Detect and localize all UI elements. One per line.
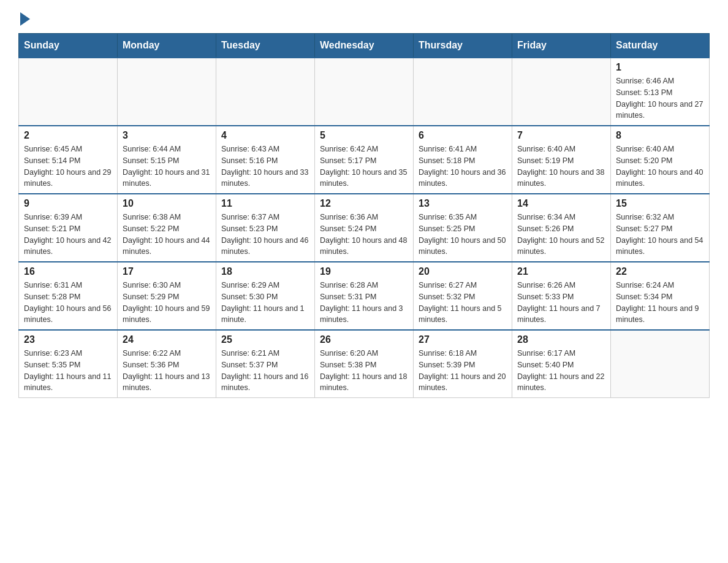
calendar-cell: 16Sunrise: 6:31 AM Sunset: 5:28 PM Dayli…	[19, 262, 118, 330]
calendar-cell: 5Sunrise: 6:42 AM Sunset: 5:17 PM Daylig…	[315, 126, 414, 194]
day-number: 12	[320, 198, 408, 209]
calendar-cell: 19Sunrise: 6:28 AM Sunset: 5:31 PM Dayli…	[315, 262, 414, 330]
logo-triangle-icon	[20, 12, 30, 26]
calendar-cell: 26Sunrise: 6:20 AM Sunset: 5:38 PM Dayli…	[315, 330, 414, 398]
calendar-cell: 9Sunrise: 6:39 AM Sunset: 5:21 PM Daylig…	[19, 194, 118, 262]
calendar-cell: 20Sunrise: 6:27 AM Sunset: 5:32 PM Dayli…	[414, 262, 512, 330]
day-info: Sunrise: 6:22 AM Sunset: 5:36 PM Dayligh…	[123, 348, 211, 394]
calendar-cell: 11Sunrise: 6:37 AM Sunset: 5:23 PM Dayli…	[216, 194, 315, 262]
calendar-cell: 27Sunrise: 6:18 AM Sunset: 5:39 PM Dayli…	[414, 330, 512, 398]
day-info: Sunrise: 6:30 AM Sunset: 5:29 PM Dayligh…	[123, 280, 211, 326]
calendar-header-wednesday: Wednesday	[315, 34, 414, 58]
calendar-week-row: 16Sunrise: 6:31 AM Sunset: 5:28 PM Dayli…	[19, 262, 710, 330]
calendar-cell	[414, 58, 512, 126]
day-number: 27	[419, 334, 507, 345]
calendar-cell: 15Sunrise: 6:32 AM Sunset: 5:27 PM Dayli…	[611, 194, 710, 262]
day-info: Sunrise: 6:26 AM Sunset: 5:33 PM Dayligh…	[517, 280, 605, 326]
day-info: Sunrise: 6:23 AM Sunset: 5:35 PM Dayligh…	[24, 348, 112, 394]
calendar-week-row: 9Sunrise: 6:39 AM Sunset: 5:21 PM Daylig…	[19, 194, 710, 262]
day-number: 5	[320, 130, 408, 141]
day-number: 28	[517, 334, 605, 345]
calendar-cell: 3Sunrise: 6:44 AM Sunset: 5:15 PM Daylig…	[118, 126, 216, 194]
day-number: 9	[24, 198, 112, 209]
calendar-cell	[216, 58, 315, 126]
calendar-table: SundayMondayTuesdayWednesdayThursdayFrid…	[18, 33, 710, 398]
page-header	[18, 12, 710, 27]
day-info: Sunrise: 6:28 AM Sunset: 5:31 PM Dayligh…	[320, 280, 408, 326]
calendar-week-row: 23Sunrise: 6:23 AM Sunset: 5:35 PM Dayli…	[19, 330, 710, 398]
calendar-cell	[19, 58, 118, 126]
day-number: 13	[419, 198, 507, 209]
logo	[18, 12, 30, 27]
day-number: 22	[616, 266, 704, 277]
day-number: 15	[616, 198, 704, 209]
day-info: Sunrise: 6:40 AM Sunset: 5:19 PM Dayligh…	[517, 144, 605, 190]
day-info: Sunrise: 6:31 AM Sunset: 5:28 PM Dayligh…	[24, 280, 112, 326]
day-number: 3	[123, 130, 211, 141]
day-info: Sunrise: 6:34 AM Sunset: 5:26 PM Dayligh…	[517, 212, 605, 258]
day-info: Sunrise: 6:35 AM Sunset: 5:25 PM Dayligh…	[419, 212, 507, 258]
day-info: Sunrise: 6:24 AM Sunset: 5:34 PM Dayligh…	[616, 280, 704, 326]
day-number: 14	[517, 198, 605, 209]
day-number: 8	[616, 130, 704, 141]
day-number: 18	[221, 266, 309, 277]
calendar-cell: 7Sunrise: 6:40 AM Sunset: 5:19 PM Daylig…	[512, 126, 611, 194]
day-number: 6	[419, 130, 507, 141]
day-number: 2	[24, 130, 112, 141]
day-number: 4	[221, 130, 309, 141]
day-info: Sunrise: 6:21 AM Sunset: 5:37 PM Dayligh…	[221, 348, 309, 394]
calendar-header-saturday: Saturday	[611, 34, 710, 58]
day-info: Sunrise: 6:43 AM Sunset: 5:16 PM Dayligh…	[221, 144, 309, 190]
calendar-header-sunday: Sunday	[19, 34, 118, 58]
calendar-header-thursday: Thursday	[414, 34, 512, 58]
day-info: Sunrise: 6:17 AM Sunset: 5:40 PM Dayligh…	[517, 348, 605, 394]
day-number: 7	[517, 130, 605, 141]
day-number: 25	[221, 334, 309, 345]
day-info: Sunrise: 6:29 AM Sunset: 5:30 PM Dayligh…	[221, 280, 309, 326]
calendar-cell: 24Sunrise: 6:22 AM Sunset: 5:36 PM Dayli…	[118, 330, 216, 398]
calendar-header-monday: Monday	[118, 34, 216, 58]
calendar-header-friday: Friday	[512, 34, 611, 58]
calendar-cell	[611, 330, 710, 398]
calendar-cell: 4Sunrise: 6:43 AM Sunset: 5:16 PM Daylig…	[216, 126, 315, 194]
day-number: 23	[24, 334, 112, 345]
day-info: Sunrise: 6:27 AM Sunset: 5:32 PM Dayligh…	[419, 280, 507, 326]
day-number: 16	[24, 266, 112, 277]
calendar-cell: 8Sunrise: 6:40 AM Sunset: 5:20 PM Daylig…	[611, 126, 710, 194]
day-info: Sunrise: 6:44 AM Sunset: 5:15 PM Dayligh…	[123, 144, 211, 190]
day-number: 19	[320, 266, 408, 277]
day-info: Sunrise: 6:45 AM Sunset: 5:14 PM Dayligh…	[24, 144, 112, 190]
calendar-cell: 14Sunrise: 6:34 AM Sunset: 5:26 PM Dayli…	[512, 194, 611, 262]
day-number: 21	[517, 266, 605, 277]
day-info: Sunrise: 6:39 AM Sunset: 5:21 PM Dayligh…	[24, 212, 112, 258]
calendar-week-row: 1Sunrise: 6:46 AM Sunset: 5:13 PM Daylig…	[19, 58, 710, 126]
day-number: 24	[123, 334, 211, 345]
day-number: 17	[123, 266, 211, 277]
calendar-cell: 13Sunrise: 6:35 AM Sunset: 5:25 PM Dayli…	[414, 194, 512, 262]
calendar-header-tuesday: Tuesday	[216, 34, 315, 58]
day-info: Sunrise: 6:46 AM Sunset: 5:13 PM Dayligh…	[616, 75, 704, 121]
day-info: Sunrise: 6:32 AM Sunset: 5:27 PM Dayligh…	[616, 212, 704, 258]
day-number: 1	[616, 62, 704, 73]
calendar-cell: 12Sunrise: 6:36 AM Sunset: 5:24 PM Dayli…	[315, 194, 414, 262]
day-info: Sunrise: 6:41 AM Sunset: 5:18 PM Dayligh…	[419, 144, 507, 190]
day-info: Sunrise: 6:42 AM Sunset: 5:17 PM Dayligh…	[320, 144, 408, 190]
calendar-cell: 2Sunrise: 6:45 AM Sunset: 5:14 PM Daylig…	[19, 126, 118, 194]
calendar-cell: 23Sunrise: 6:23 AM Sunset: 5:35 PM Dayli…	[19, 330, 118, 398]
calendar-cell: 21Sunrise: 6:26 AM Sunset: 5:33 PM Dayli…	[512, 262, 611, 330]
day-info: Sunrise: 6:40 AM Sunset: 5:20 PM Dayligh…	[616, 144, 704, 190]
calendar-cell	[315, 58, 414, 126]
day-number: 20	[419, 266, 507, 277]
day-info: Sunrise: 6:18 AM Sunset: 5:39 PM Dayligh…	[419, 348, 507, 394]
calendar-cell: 18Sunrise: 6:29 AM Sunset: 5:30 PM Dayli…	[216, 262, 315, 330]
day-info: Sunrise: 6:37 AM Sunset: 5:23 PM Dayligh…	[221, 212, 309, 258]
calendar-cell	[512, 58, 611, 126]
calendar-cell: 1Sunrise: 6:46 AM Sunset: 5:13 PM Daylig…	[611, 58, 710, 126]
calendar-cell: 10Sunrise: 6:38 AM Sunset: 5:22 PM Dayli…	[118, 194, 216, 262]
calendar-cell: 28Sunrise: 6:17 AM Sunset: 5:40 PM Dayli…	[512, 330, 611, 398]
day-info: Sunrise: 6:38 AM Sunset: 5:22 PM Dayligh…	[123, 212, 211, 258]
calendar-header-row: SundayMondayTuesdayWednesdayThursdayFrid…	[19, 34, 710, 58]
day-info: Sunrise: 6:36 AM Sunset: 5:24 PM Dayligh…	[320, 212, 408, 258]
day-info: Sunrise: 6:20 AM Sunset: 5:38 PM Dayligh…	[320, 348, 408, 394]
day-number: 10	[123, 198, 211, 209]
